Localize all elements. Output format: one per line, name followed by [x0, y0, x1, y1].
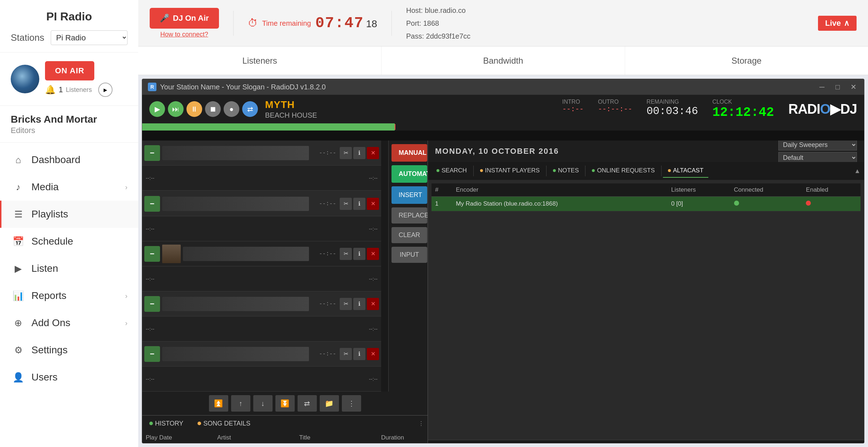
- stop-button[interactable]: ⏹: [205, 101, 221, 117]
- sidebar-item-addons[interactable]: ⊕ Add Ons ›: [0, 309, 138, 337]
- play-skip-button[interactable]: ⏭: [168, 101, 184, 117]
- connected-dot: [734, 201, 739, 206]
- replace-button[interactable]: REPLACE: [391, 207, 427, 223]
- on-air-button[interactable]: ON AIR: [45, 61, 94, 80]
- right-panel: MONDAY, 10 OCTOBER 2016 Daily Sweepers D…: [428, 141, 864, 443]
- pass-label: Pass:: [406, 32, 424, 40]
- move-bottom-button[interactable]: ⏬: [275, 395, 295, 412]
- sidebar-item-users[interactable]: 👤 Users: [0, 364, 138, 391]
- sidebar-nav: ⌂ Dashboard ♪ Media › ☰ Playlists 📅 Sche…: [0, 143, 138, 447]
- add-encoder-button[interactable]: ＋: [435, 443, 453, 444]
- outro-label: OUTRO: [598, 99, 632, 105]
- sidebar-item-reports[interactable]: 📊 Reports ›: [0, 282, 138, 309]
- sidebar-item-listen[interactable]: ▶ Listen: [0, 255, 138, 282]
- col-title: Title: [299, 434, 381, 441]
- tab-expand-btn[interactable]: ▲: [854, 167, 860, 175]
- history-scroll[interactable]: ⋮: [418, 420, 424, 427]
- play-preview-button[interactable]: ▶: [98, 83, 113, 97]
- clear-button[interactable]: CLEAR: [391, 227, 427, 243]
- radiodj-window-title: Your Station Name - Your Slogan - RadioD…: [160, 83, 326, 91]
- close-button[interactable]: ✕: [848, 82, 858, 92]
- move-up-button[interactable]: ↑: [231, 395, 250, 412]
- enabled-dot: [806, 201, 811, 206]
- sidebar-item-media[interactable]: ♪ Media ›: [0, 173, 138, 201]
- move-down-button[interactable]: ↓: [253, 395, 273, 412]
- tab-separator: [585, 166, 585, 176]
- radiodj-titlebar: R Your Station Name - Your Slogan - Radi…: [142, 79, 864, 95]
- queue-edit-btn[interactable]: ✂: [340, 298, 352, 310]
- queue-info-btn[interactable]: ℹ: [353, 298, 365, 310]
- tab-instant-players[interactable]: INSTANT PLAYERS: [475, 164, 545, 178]
- chevron-right-icon: ›: [125, 183, 128, 191]
- queue-color-btn[interactable]: −: [144, 246, 160, 262]
- queue-remove-btn[interactable]: ✕: [367, 298, 379, 310]
- dj-on-air-button[interactable]: 🎤 DJ On Air: [150, 8, 219, 29]
- queue-info-btn[interactable]: ℹ: [353, 348, 365, 360]
- radiodj-icon: R: [148, 83, 156, 91]
- queue-item: − --:-- ✂ ℹ ✕: [142, 191, 381, 216]
- queue-color-btn[interactable]: −: [144, 346, 160, 362]
- queue-color-btn[interactable]: −: [144, 296, 160, 312]
- queue-remove-btn[interactable]: ✕: [367, 348, 379, 360]
- progress-bar[interactable]: [142, 123, 864, 131]
- profile-section: ON AIR 🔔 1 Listeners ▶: [0, 53, 138, 106]
- daily-sweepers-dropdown[interactable]: Daily Sweepers: [778, 139, 857, 151]
- stat-storage[interactable]: Storage: [625, 46, 868, 75]
- folder-button[interactable]: 📁: [320, 395, 339, 412]
- how-to-connect-link[interactable]: How to connect?: [150, 31, 219, 38]
- minimize-button[interactable]: ─: [817, 82, 827, 92]
- sidebar: PI Radio Stations Pi Radio ON AIR 🔔 1 Li…: [0, 0, 138, 447]
- maximize-button[interactable]: □: [833, 82, 843, 92]
- tab-notes[interactable]: NOTES: [548, 164, 584, 178]
- tab-altacast[interactable]: ALTACAST: [663, 164, 708, 178]
- track-artist: BEACH HOUSE: [265, 111, 555, 119]
- queue-info-btn[interactable]: ℹ: [353, 248, 365, 260]
- tab-search[interactable]: SEARCH: [431, 164, 472, 178]
- queue-edit-btn[interactable]: ✂: [340, 147, 352, 159]
- automated-button[interactable]: AUTOMATED: [391, 165, 427, 183]
- queue-edit-btn[interactable]: ✂: [340, 198, 352, 210]
- queue-scrollbar[interactable]: [381, 141, 388, 392]
- history-header: Play Date Artist Title Duration: [142, 431, 428, 443]
- time-seconds: 18: [366, 18, 377, 30]
- queue-color-btn[interactable]: −: [144, 196, 160, 212]
- stat-listeners[interactable]: Listeners: [138, 46, 381, 75]
- time-value: 07:47: [315, 15, 364, 32]
- queue-item: --:-- --:--: [142, 316, 381, 342]
- record-button[interactable]: ●: [224, 101, 239, 117]
- tab-online-requests[interactable]: ONLINE REQUESTS: [587, 164, 660, 178]
- queue-action-buttons: ⏫ ↑ ↓ ⏬ ⇄ 📁 ⋮: [142, 392, 428, 415]
- live-badge[interactable]: Live ∧: [818, 16, 857, 31]
- stations-select[interactable]: Pi Radio: [51, 30, 128, 45]
- queue-color-btn[interactable]: −: [144, 145, 160, 161]
- queue-edit-btn[interactable]: ✂: [340, 348, 352, 360]
- pass-value: 2ddc93f1e7cc: [426, 32, 471, 40]
- extra-button[interactable]: ⇄: [242, 101, 258, 117]
- song-details-tab[interactable]: SONG DETAILS: [194, 420, 254, 427]
- extra-queue-btn[interactable]: ⋮: [342, 395, 361, 412]
- shuffle-button[interactable]: ⇄: [298, 395, 317, 412]
- insert-button[interactable]: INSERT: [391, 186, 427, 204]
- manual-button[interactable]: MANUAL: [391, 144, 427, 162]
- play-button[interactable]: ▶: [149, 101, 165, 117]
- sidebar-item-settings[interactable]: ⚙ Settings: [0, 337, 138, 364]
- queue-info-btn[interactable]: ℹ: [353, 198, 365, 210]
- sidebar-item-schedule[interactable]: 📅 Schedule: [0, 228, 138, 255]
- sidebar-item-playlists[interactable]: ☰ Playlists: [0, 201, 138, 228]
- start-encoder-button[interactable]: ▶: [740, 443, 758, 444]
- input-button[interactable]: INPUT: [391, 247, 427, 263]
- stat-bandwidth[interactable]: Bandwidth: [381, 46, 625, 75]
- remove-encoder-button[interactable]: －: [537, 443, 555, 444]
- stop-encoder-button[interactable]: ○: [639, 443, 657, 444]
- sidebar-item-label: Add Ons: [31, 317, 118, 329]
- queue-remove-btn[interactable]: ✕: [367, 248, 379, 260]
- queue-remove-btn[interactable]: ✕: [367, 147, 379, 159]
- queue-edit-btn[interactable]: ✂: [340, 248, 352, 260]
- history-tab[interactable]: HISTORY: [146, 420, 187, 427]
- users-icon: 👤: [12, 372, 24, 383]
- pause-button[interactable]: ⏸: [186, 101, 202, 117]
- move-top-button[interactable]: ⏫: [209, 395, 228, 412]
- sidebar-item-dashboard[interactable]: ⌂ Dashboard: [0, 146, 138, 173]
- queue-remove-btn[interactable]: ✕: [367, 198, 379, 210]
- queue-info-btn[interactable]: ℹ: [353, 147, 365, 159]
